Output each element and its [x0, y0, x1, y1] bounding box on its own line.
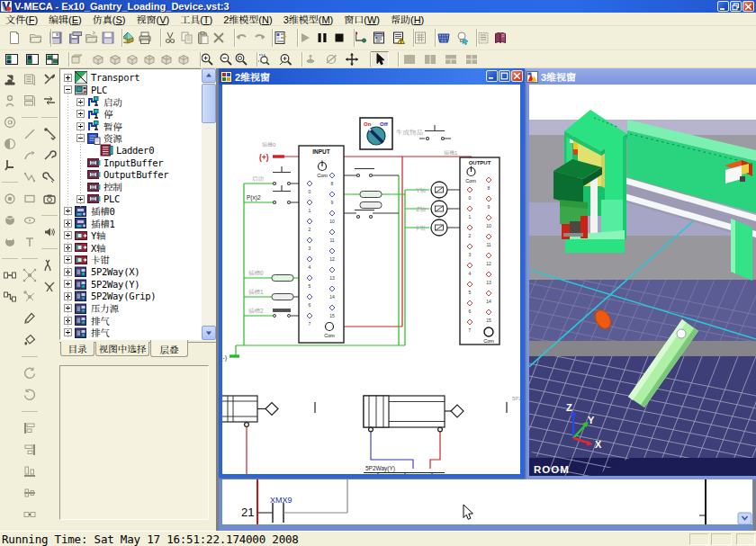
doc-warning-button[interactable] — [390, 28, 408, 48]
tree-item-插槽1[interactable]: 插槽1 — [64, 217, 114, 229]
model-properties-button[interactable] — [272, 28, 290, 48]
menu-simulation[interactable]: 仿真(S) — [87, 13, 131, 26]
save-all-button[interactable] — [67, 28, 85, 48]
tree-item-暂停[interactable]: 暂停 — [76, 120, 122, 132]
tools-button[interactable] — [40, 68, 59, 90]
menu-view[interactable]: 视窗(V) — [130, 13, 175, 26]
folder-flat-button[interactable] — [68, 51, 86, 67]
halfmoon-button[interactable] — [0, 133, 20, 155]
rotary-switch[interactable]: OnOff — [360, 118, 392, 149]
align3-button[interactable] — [20, 461, 40, 482]
open-model-button[interactable] — [83, 28, 101, 48]
redo-button[interactable] — [250, 28, 268, 48]
limit-contact-1[interactable] — [355, 169, 374, 177]
slot-sensor-1[interactable] — [272, 275, 293, 282]
tree-item-启动[interactable]: 启动 — [76, 95, 122, 108]
axe-button[interactable] — [40, 123, 59, 145]
input-card[interactable]: INPUTCom0123456789101112131415Com — [299, 146, 344, 343]
grid-table-button[interactable] — [435, 28, 453, 48]
view3d-scene[interactable]: ZYXROOM — [529, 85, 756, 476]
tree-item-X轴[interactable]: X轴 — [64, 241, 105, 254]
menu-edit[interactable]: 编辑(E) — [43, 13, 87, 26]
restore-button[interactable] — [730, 1, 742, 12]
tree-item-PLC[interactable]: PLC — [64, 84, 107, 96]
cylinder-y[interactable] — [364, 396, 464, 432]
ladder-scroll-down-button[interactable] — [738, 513, 752, 524]
sensor3-contact[interactable] — [273, 309, 291, 318]
tile2-button[interactable] — [421, 51, 439, 67]
tree-item-卡钳[interactable]: 卡钳 — [64, 254, 109, 266]
tree-item-排气[interactable]: 排气 — [64, 314, 109, 327]
tree-item-InputBuffer[interactable]: InputBuffer — [76, 157, 163, 169]
tile3-button[interactable] — [442, 51, 460, 67]
stop-button[interactable] — [330, 28, 348, 48]
slot-sensor-2[interactable] — [272, 294, 293, 300]
arc-button[interactable] — [20, 145, 40, 166]
menu-window[interactable]: 窗口(W) — [338, 13, 385, 26]
pliers1-button[interactable] — [40, 255, 59, 276]
undo-button[interactable] — [233, 28, 251, 48]
ellipse-button[interactable] — [20, 210, 40, 231]
tree-item-5P2Way(Grip)[interactable]: 5P2Way(Grip) — [64, 290, 156, 302]
menu-file[interactable]: 文件(F) — [0, 13, 43, 26]
link2-button[interactable] — [0, 286, 20, 308]
wrench2-button[interactable] — [40, 166, 59, 188]
menu-model2d[interactable]: 2维模型(N) — [218, 13, 277, 26]
view2d-close-button[interactable] — [511, 70, 523, 82]
limit-capsule-1[interactable] — [360, 192, 382, 198]
delete-button[interactable] — [210, 28, 228, 48]
book-button[interactable] — [491, 28, 509, 48]
pointer-button[interactable] — [371, 51, 389, 67]
view3d-title-bar[interactable]: 3维视窗 — [525, 68, 756, 85]
menu-tools[interactable]: 工具(T) — [175, 13, 218, 26]
tree-scrollbar-thumb[interactable] — [202, 84, 216, 123]
rotate-free-button[interactable] — [322, 51, 340, 67]
wrench1-button[interactable] — [40, 145, 59, 166]
pan-button[interactable] — [343, 51, 361, 67]
output-lamp-z[interactable] — [431, 201, 447, 217]
view2d-maximize-button[interactable] — [499, 70, 510, 82]
rect-button[interactable] — [20, 188, 40, 210]
link1-button[interactable] — [0, 264, 20, 286]
copy-button[interactable] — [178, 28, 196, 48]
output-card[interactable]: OUTPUTCom0123456789101112131415Com — [460, 157, 500, 345]
camera-button[interactable] — [40, 188, 59, 210]
rotr-button[interactable] — [20, 384, 40, 406]
tab-视图中选择[interactable]: 视图中选择 — [95, 342, 149, 356]
tree-item-Transport[interactable]: Transport — [64, 71, 140, 84]
boot-button[interactable] — [0, 155, 20, 176]
tree-item-压力源[interactable]: 压力源 — [64, 302, 119, 315]
cube3-button[interactable] — [123, 51, 141, 67]
at-button[interactable] — [0, 112, 20, 133]
view2d-title-bar[interactable]: 2维视窗 — [219, 68, 525, 85]
tree-item-Ladder0[interactable]: Ladder0 — [89, 144, 154, 157]
ball3-button[interactable] — [0, 231, 20, 253]
node1-button[interactable] — [20, 264, 40, 286]
print-button[interactable] — [136, 28, 154, 48]
view2d-canvas[interactable]: OnOff生成物品插槽0插槽1(+)(-)启动P(x)2插槽0插槽1插槽2Y轴Z… — [222, 85, 520, 474]
save-model-button[interactable] — [99, 28, 117, 48]
start-pushbutton[interactable] — [273, 166, 291, 185]
zoom-extent-button[interactable] — [232, 51, 250, 67]
pencil-button[interactable] — [20, 308, 40, 329]
tree-item-停[interactable]: 停 — [76, 108, 112, 121]
cube1-button[interactable] — [89, 51, 107, 67]
line-button[interactable] — [20, 123, 40, 145]
node2-button[interactable] — [20, 286, 40, 308]
pliers2-button[interactable] — [40, 276, 59, 298]
align2-button[interactable] — [20, 439, 40, 461]
menu-help[interactable]: 帮助(H) — [385, 13, 429, 26]
tree-item-资源[interactable]: 资源 — [76, 132, 122, 145]
save-button[interactable] — [47, 28, 65, 48]
output-lamp-grip[interactable] — [431, 219, 447, 236]
stamp-button[interactable] — [0, 68, 20, 90]
cube6-button[interactable] — [175, 51, 193, 67]
output-lamp-y[interactable] — [431, 182, 447, 198]
layout-a-button[interactable] — [3, 51, 21, 67]
layout-b-button[interactable] — [23, 51, 41, 67]
tile4-button[interactable] — [463, 51, 481, 67]
rotate-x-button[interactable] — [302, 51, 320, 67]
bookstack1-button[interactable] — [20, 68, 40, 90]
rotl-button[interactable] — [20, 363, 40, 384]
tile1-button[interactable] — [400, 51, 418, 67]
